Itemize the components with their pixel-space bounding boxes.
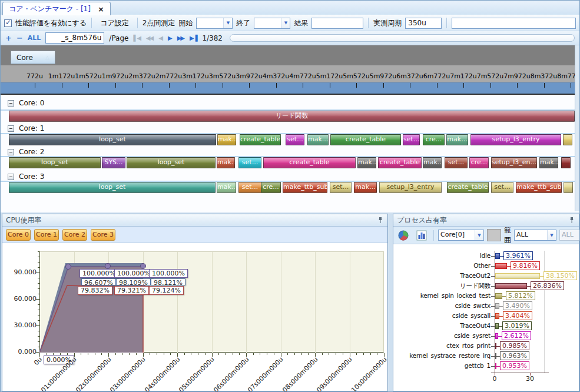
task-bar[interactable]: mak... [423,157,442,168]
core-column-header[interactable]: Core △ [11,51,55,64]
task-bar[interactable]: create_table [447,182,489,193]
end-select[interactable]: ▼ [254,18,290,29]
task-bar[interactable]: set... [330,182,352,193]
timeline-tick-label: 1m972u [102,72,129,80]
y-axis-minor-tick [38,325,39,326]
next-page-button[interactable]: ▶ [168,35,173,41]
fast-forward-button[interactable]: ▶▶ [177,35,185,41]
x-axis-minor-tick [205,353,206,355]
task-bar[interactable]: loop_set [9,157,101,168]
task-bar[interactable]: create_table [330,134,401,145]
task-bar[interactable]: set... [445,157,468,168]
fit-all-button[interactable]: ALL [28,34,41,42]
task-bar[interactable]: set... [491,182,513,193]
task-bar[interactable]: mak... [446,134,468,145]
collapse-toggle[interactable] [8,125,14,132]
process-usage-bar[interactable] [495,263,507,269]
core-select[interactable]: Core[0]▼ [438,230,484,241]
separator [368,18,369,28]
core-filter-button-1[interactable]: Core 1 [34,229,59,241]
task-bar[interactable]: cre... [469,157,489,168]
task-bar[interactable]: SYS... [102,157,125,168]
chevron-down-icon: ▼ [223,18,232,28]
timeline-ruler: 772u1m172u1m572u1m972u2m372u2m772u3m172u… [1,65,575,82]
start-select[interactable]: ▼ [196,18,233,29]
pin-icon[interactable] [568,217,575,224]
perf-eval-checkbox[interactable]: ✓ [4,19,12,27]
task-bar[interactable] [561,157,571,168]
task-bar[interactable]: setup_l3_en... [491,157,537,168]
task-bar[interactable]: mak... [217,182,236,193]
task-bar[interactable]: create_table [263,157,356,168]
collapse-toggle[interactable] [8,100,14,107]
process-usage-bar[interactable] [495,273,540,279]
task-bar[interactable]: loop_set [127,157,216,168]
pie-chart-button[interactable] [396,229,411,242]
task-bar[interactable]: create_table [378,157,422,168]
first-page-button[interactable]: ▌◀ [133,35,141,41]
chevron-down-icon: ▼ [281,18,290,28]
data-label-hidden: 98.121% [151,278,185,285]
x-axis-minor-tick [370,353,371,355]
task-bar[interactable]: mak... [539,157,558,168]
note-field[interactable] [452,18,576,29]
rewind-button[interactable]: ◀◀ [146,35,154,41]
last-page-button[interactable]: ▶▐ [190,35,197,41]
close-icon[interactable]: × [98,5,104,14]
task-bar[interactable]: set... [403,134,420,145]
task-bar[interactable]: mak... [354,182,377,193]
process-usage-bar[interactable] [495,283,527,289]
color-button[interactable] [487,229,501,241]
period-field[interactable]: 350u [405,18,442,29]
task-bar[interactable]: mak... [217,157,235,168]
tab-core-benchmark[interactable]: コア・ベンチマーク - [1] × [2,2,111,15]
process-usage-bar[interactable] [495,253,500,259]
value-label: 2.612% [502,331,531,340]
task-bar[interactable]: cre... [261,182,281,193]
core-settings-button[interactable]: コア設定 [97,17,132,29]
process-usage-bar[interactable] [495,303,499,309]
task-bar[interactable]: mak... [217,134,236,145]
task-bar[interactable] [563,134,572,145]
x-axis-minor-tick [329,353,329,355]
task-bar[interactable]: loop_set [9,182,216,193]
task-bar[interactable]: setup_l3_entry [379,182,442,193]
result-field[interactable] [311,18,363,29]
task-bar[interactable]: set... [286,134,304,145]
core-filter-button-0[interactable]: Core 0 [6,229,31,241]
process-usage-bar[interactable] [495,293,502,299]
task-bar[interactable]: create_table [240,134,281,145]
task-bar[interactable]: loop_set [9,134,216,145]
core-filter-button-2[interactable]: Core 2 [62,229,87,241]
bar-chart-button[interactable] [414,229,429,242]
prev-page-button[interactable]: ◀ [158,35,163,41]
task-bar[interactable] [564,182,573,193]
page-scale-field[interactable]: _s_8m576u [45,32,104,44]
pin-icon[interactable] [377,217,384,224]
core-filter-button-3[interactable]: Core 3 [91,229,115,241]
timeline-tick [303,83,303,88]
task-bar[interactable]: mak... [307,134,329,145]
timeline-scrollbar[interactable] [230,34,575,42]
collapse-toggle[interactable] [8,174,14,180]
task-bar[interactable]: cre... [423,134,445,145]
core-benchmark-window: コア・ベンチマーク - [1] × ✓ 性能評価を有効にする コア設定 2点間測… [0,0,580,392]
process-usage-bar[interactable] [495,313,499,319]
task-bar[interactable]: set... [238,182,261,193]
task-bar[interactable]: mak... [357,157,376,168]
zoom-out-button[interactable]: − [16,34,23,42]
range-select[interactable]: ALL▼ [514,230,556,241]
task-bar[interactable]: setup_l3_entry [470,134,561,145]
collapse-toggle[interactable] [8,149,14,155]
task-bar[interactable]: リード関数 [9,111,575,122]
x-axis-minor-tick [363,353,364,355]
zoom-in-button[interactable]: + [5,34,12,42]
timeline-tick-label: 7m172u [450,72,477,80]
timeline-tick [249,83,250,88]
vertical-scrollbar[interactable] [575,45,580,211]
y-axis-minor-tick [38,352,39,353]
task-bar[interactable]: make_ttb_sub [283,182,327,193]
task-bar[interactable]: make_ttb_sub [516,182,562,193]
task-bar[interactable]: set... [238,157,261,168]
x-axis-minor-tick [164,353,164,355]
